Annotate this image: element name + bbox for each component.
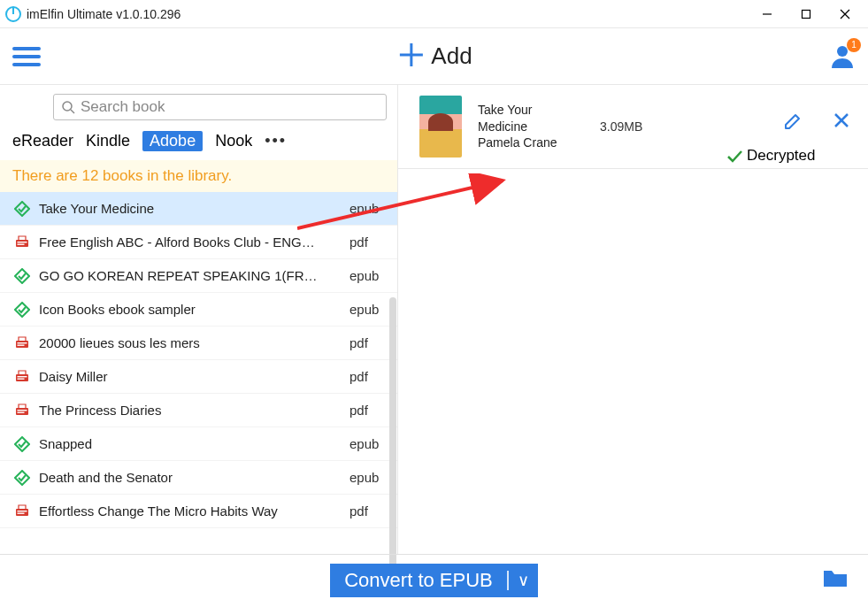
convert-label: Convert to EPUB <box>330 569 507 592</box>
tab-kindle[interactable]: Kindle <box>86 132 130 150</box>
book-format: epub <box>350 302 383 317</box>
search-box[interactable] <box>53 94 387 120</box>
book-title: Effortless Change The Micro Habits Way <box>39 503 341 519</box>
plus-icon <box>396 40 426 73</box>
book-title: Free English ABC - Alford Books Club - E… <box>39 234 341 250</box>
book-row[interactable]: 20000 lieues sous les merspdf <box>0 327 397 360</box>
pdf-icon <box>14 369 30 385</box>
tab-adobe[interactable]: Adobe <box>142 131 203 151</box>
book-title: Death and the Senator <box>39 470 341 485</box>
left-panel: eReader Kindle Adobe Nook ••• There are … <box>0 85 398 554</box>
detail-author: Pamela Crane <box>478 134 584 151</box>
source-tabs: eReader Kindle Adobe Nook ••• <box>0 127 397 160</box>
svg-rect-24 <box>18 511 27 511</box>
tab-nook[interactable]: Nook <box>215 132 252 150</box>
pdf-icon <box>14 234 30 250</box>
add-label: Add <box>431 42 472 70</box>
svg-rect-25 <box>18 512 25 513</box>
pdf-icon <box>14 335 30 351</box>
tab-ereader[interactable]: eReader <box>12 132 73 150</box>
user-account-button[interactable]: 1 <box>827 42 857 72</box>
svg-point-8 <box>837 46 848 57</box>
scrollbar-thumb[interactable] <box>389 297 396 580</box>
svg-rect-13 <box>18 243 25 244</box>
maximize-button[interactable] <box>787 0 826 28</box>
search-icon <box>61 100 75 114</box>
app-logo-icon <box>5 6 21 22</box>
book-format: pdf <box>350 369 383 384</box>
svg-line-10 <box>71 110 74 113</box>
book-format: epub <box>350 470 383 485</box>
tab-more-icon[interactable]: ••• <box>265 132 287 150</box>
convert-dropdown-icon[interactable]: ∨ <box>507 571 538 590</box>
book-format: pdf <box>350 503 383 519</box>
svg-rect-16 <box>18 344 25 345</box>
svg-rect-11 <box>16 240 28 247</box>
book-row[interactable]: GO GO KOREAN REPEAT SPEAKING 1(FR…epub <box>0 259 397 293</box>
svg-rect-12 <box>18 242 27 242</box>
title-bar: imElfin Ultimate v1.0.10.296 <box>0 0 868 28</box>
book-row[interactable]: Daisy Millerpdf <box>0 360 397 394</box>
pdf-icon <box>14 503 30 519</box>
book-title: Icon Books ebook sampler <box>39 302 341 317</box>
minimize-button[interactable] <box>748 0 787 28</box>
book-format: pdf <box>350 234 383 250</box>
book-format: epub <box>350 201 383 216</box>
notification-badge: 1 <box>847 38 861 52</box>
svg-rect-3 <box>803 10 810 18</box>
book-format: pdf <box>350 403 383 418</box>
book-row[interactable]: The Princess Diariespdf <box>0 394 397 427</box>
book-title: GO GO KOREAN REPEAT SPEAKING 1(FR… <box>39 268 341 283</box>
library-notice: There are 12 books in the library. <box>0 160 397 192</box>
search-input[interactable] <box>81 98 379 116</box>
svg-rect-17 <box>16 374 28 381</box>
book-list[interactable]: Take Your MedicineepubFree English ABC -… <box>0 192 397 554</box>
close-button[interactable] <box>826 0 864 28</box>
epub-icon <box>14 436 30 452</box>
detail-size: 3.09MB <box>600 119 642 134</box>
book-row[interactable]: Take Your Medicineepub <box>0 192 397 226</box>
epub-icon <box>14 268 30 284</box>
book-info: Take Your Medicine Pamela Crane <box>478 102 584 152</box>
book-format: epub <box>350 268 383 283</box>
svg-rect-20 <box>16 408 28 415</box>
epub-icon <box>14 302 30 318</box>
detail-actions <box>783 111 850 142</box>
book-row[interactable]: Snappedepub <box>0 427 397 461</box>
svg-rect-19 <box>18 378 25 379</box>
decrypted-status: Decrypted <box>726 147 815 165</box>
book-row[interactable]: Death and the Senatorepub <box>0 461 397 495</box>
book-title: Take Your Medicine <box>39 201 341 216</box>
pdf-icon <box>14 403 30 419</box>
book-title: Daisy Miller <box>39 369 341 384</box>
remove-icon[interactable] <box>833 111 850 134</box>
book-format: epub <box>350 436 383 451</box>
top-toolbar: Add 1 <box>0 28 868 85</box>
svg-rect-23 <box>16 509 28 516</box>
detail-title: Take Your Medicine <box>478 102 584 135</box>
book-format: pdf <box>350 335 383 350</box>
svg-point-9 <box>63 102 72 111</box>
window-title: imElfin Ultimate v1.0.10.296 <box>27 7 181 21</box>
book-cover <box>419 96 462 158</box>
window-controls <box>748 0 864 28</box>
book-title: 20000 lieues sous les mers <box>39 335 341 350</box>
menu-icon[interactable] <box>11 41 42 73</box>
epub-icon <box>14 201 30 217</box>
status-text: Decrypted <box>747 147 815 165</box>
add-button[interactable]: Add <box>396 40 472 73</box>
book-row[interactable]: Free English ABC - Alford Books Club - E… <box>0 226 397 259</box>
bottom-bar: Convert to EPUB ∨ <box>0 554 868 605</box>
book-title: Snapped <box>39 436 341 451</box>
svg-rect-21 <box>18 410 27 411</box>
output-folder-button[interactable] <box>822 567 849 594</box>
book-row[interactable]: Icon Books ebook samplerepub <box>0 293 397 327</box>
svg-rect-15 <box>18 342 27 343</box>
book-title: The Princess Diaries <box>39 403 341 418</box>
check-icon <box>726 147 743 165</box>
search-row <box>0 85 397 127</box>
convert-button[interactable]: Convert to EPUB ∨ <box>330 564 538 597</box>
book-row[interactable]: Effortless Change The Micro Habits Waypd… <box>0 495 397 528</box>
svg-rect-14 <box>16 341 28 348</box>
edit-icon[interactable] <box>783 111 803 134</box>
